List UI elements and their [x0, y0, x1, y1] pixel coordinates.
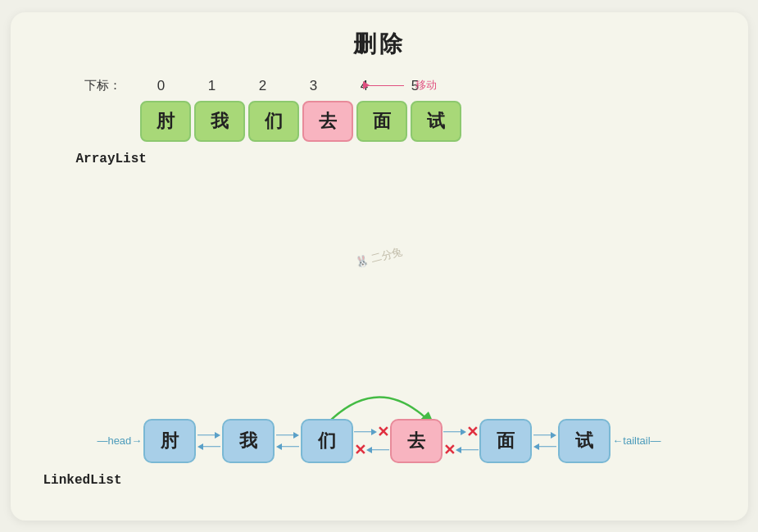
cross-x-4: ✕ [443, 441, 456, 459]
array-cell-4: 面 [356, 101, 407, 142]
tail-label-text: tail [623, 434, 637, 447]
array-cell-3-deleted: 去 [302, 101, 353, 142]
arrow-left-01 [197, 442, 220, 452]
array-cell-1: 我 [194, 101, 245, 142]
linkedlist-label: LinkedList [43, 473, 715, 488]
ll-node-3-deleted: 去 [390, 419, 443, 463]
ll-cross-arrows-23: ✕ ✕ [354, 423, 389, 459]
ll-node-5: 试 [558, 419, 610, 463]
ll-arrows-45 [533, 430, 556, 452]
watermark: 🐰 二分兔 [353, 243, 403, 271]
arrow-left-45 [533, 442, 556, 452]
move-label: 移动 [363, 78, 437, 93]
index-label: 下标： [84, 78, 121, 93]
ll-arrows-01 [197, 430, 220, 452]
ll-cross-arrows-34: ✕ ✕ [443, 423, 479, 459]
arrow-right-12 [276, 430, 299, 440]
cross-x-3: ✕ [466, 423, 479, 441]
index-3: 3 [288, 78, 339, 94]
head-label-text: head [107, 434, 131, 447]
ll-arrows-12 [276, 430, 299, 452]
arrow-right-45 [533, 430, 556, 440]
ll-node-1: 我 [222, 419, 275, 463]
ll-node-4: 面 [479, 419, 532, 463]
array-cell-2: 们 [248, 101, 299, 142]
tail-label: tail [612, 434, 660, 447]
array-cell-0: 肘 [140, 101, 191, 142]
index-2: 2 [238, 78, 288, 94]
index-0: 0 [136, 78, 187, 94]
ll-node-0: 肘 [143, 419, 196, 463]
arraylist-label: ArrayList [76, 152, 715, 166]
cross-x-2: ✕ [354, 441, 366, 459]
arrow-left-34 [456, 445, 479, 455]
head-label: head [97, 434, 142, 447]
ll-node-2: 们 [301, 419, 353, 463]
arrow-right-34 [443, 427, 466, 437]
page-title: 删除 [43, 29, 715, 60]
move-text: 移动 [415, 78, 437, 93]
main-container: 删除 移动 下标： 0 1 2 3 4 5 肘 我 们 去 面 试 ArrayL… [11, 12, 748, 521]
array-cell-5: 试 [411, 101, 461, 142]
ll-nodes-row: head 肘 我 们 [43, 419, 715, 463]
arraylist-section: 移动 下标： 0 1 2 3 4 5 肘 我 们 去 面 试 ArrayList [43, 78, 715, 166]
linkedlist-section: head 肘 我 们 [43, 411, 715, 488]
arrow-right-23 [354, 427, 377, 437]
array-boxes: 肘 我 们 去 面 试 [140, 101, 715, 142]
arrow-left-23 [366, 445, 389, 455]
index-1: 1 [187, 78, 238, 94]
arrow-right-01 [197, 430, 220, 440]
arrow-left-12 [276, 442, 299, 452]
move-arrow-icon [363, 80, 412, 91]
cross-x-1: ✕ [377, 423, 389, 441]
